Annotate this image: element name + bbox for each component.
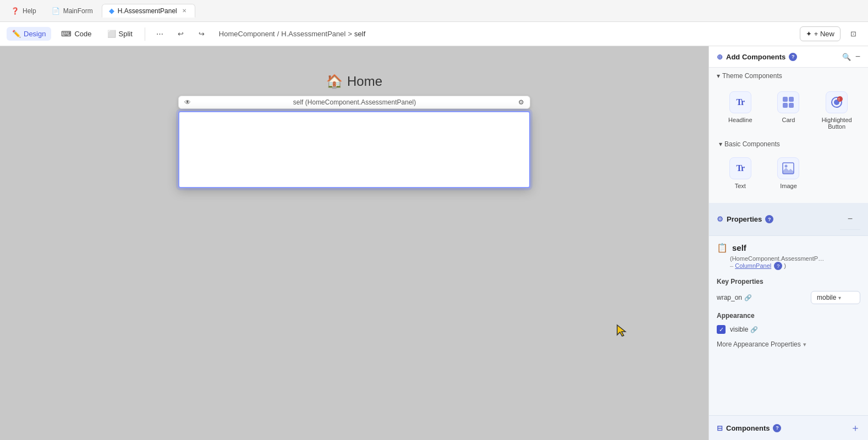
tab-help-label: Help	[23, 7, 36, 15]
more-appearance-chevron-icon: ▾	[803, 341, 806, 348]
card-icon	[777, 91, 799, 113]
self-label: 📋 self	[717, 243, 860, 253]
tab-assessmentpanel[interactable]: ◆ H.AssessmentPanel ✕	[102, 4, 195, 18]
close-tab-icon[interactable]: ✕	[180, 7, 188, 15]
basic-components-grid: Tr Text Image	[717, 151, 860, 195]
split-icon: ⬜	[107, 30, 116, 38]
theme-section-toggle[interactable]: ▾ Theme Components	[717, 72, 860, 80]
canvas[interactable]: 🏠 Home 👁 self (HomeComponent.AssessmentP…	[0, 46, 708, 440]
canvas-content: 🏠 Home 👁 self (HomeComponent.AssessmentP…	[178, 74, 530, 188]
svg-marker-0	[617, 325, 625, 336]
design-button[interactable]: ✏️ Design	[7, 27, 51, 41]
home-label: 🏠 Home	[178, 74, 530, 89]
breadcrumb: HomeComponent / H.AssessmentPanel > self	[219, 30, 365, 38]
breadcrumb-sep1: /	[277, 30, 279, 38]
theme-components-section: ▾ Theme Components Tr Headline	[709, 68, 868, 203]
toolbar-divider	[145, 28, 145, 41]
svg-rect-3	[783, 103, 788, 108]
chevron-down-theme-icon: ▾	[717, 72, 720, 80]
topbar: ❓ Help 📄 MainForm ◆ H.AssessmentPanel ✕	[0, 0, 868, 22]
right-panel: ⊕ Add Components ? 🔍 − ▾ Theme Component…	[708, 46, 868, 440]
check-icon: ✓	[719, 326, 724, 333]
search-icon[interactable]: 🔍	[842, 53, 851, 61]
eye-icon[interactable]: 👁	[184, 98, 191, 106]
settings-icon[interactable]: ⚙	[518, 98, 524, 106]
column-panel-info-icon[interactable]: ?	[774, 262, 782, 270]
collapse-add-icon[interactable]: −	[855, 52, 860, 62]
breadcrumb-self: self	[354, 30, 365, 38]
code-button[interactable]: ⌨ Code	[56, 27, 97, 41]
svg-rect-4	[789, 103, 794, 108]
svg-point-10	[785, 165, 788, 168]
component-text[interactable]: Tr Text	[719, 151, 762, 195]
component-card[interactable]: Card	[767, 85, 810, 136]
add-component-button[interactable]: ＋	[850, 421, 860, 435]
appearance-section: Appearance ✓ visible 🔗 More Appearance P…	[717, 312, 860, 348]
breadcrumb-homecomponent[interactable]: HomeComponent	[219, 30, 275, 38]
basic-section-toggle[interactable]: ▾ Basic Components	[717, 140, 860, 148]
panel-box[interactable]	[178, 111, 530, 188]
component-headline[interactable]: Tr Headline	[719, 85, 762, 136]
breadcrumb-sep2: >	[348, 30, 352, 38]
add-components-info-icon[interactable]: ?	[789, 53, 797, 61]
component-image[interactable]: Image	[767, 151, 810, 195]
component-label-bar: 👁 self (HomeComponent.AssessmentPanel) ⚙	[178, 96, 530, 109]
wrap-on-chevron-icon: ▾	[838, 295, 841, 301]
column-panel-link[interactable]: ColumnPanel	[735, 262, 771, 269]
image-icon	[777, 157, 799, 179]
appearance-label: Appearance	[717, 312, 860, 320]
components-info-icon[interactable]: ?	[773, 424, 781, 432]
assessmentpanel-icon: ◆	[109, 7, 114, 15]
headline-icon: Tr	[729, 91, 751, 113]
add-components-actions: 🔍 −	[842, 52, 860, 62]
more-appearance-button[interactable]: More Appearance Properties ▾	[717, 340, 860, 348]
properties-header: ⚙ Properties ? −	[709, 203, 868, 236]
cursor	[616, 324, 627, 339]
visible-label: visible 🔗	[730, 326, 758, 333]
key-properties-label: Key Properties	[717, 278, 860, 285]
tab-mainform[interactable]: 📄 MainForm	[45, 5, 100, 17]
tab-assessmentpanel-label: H.AssessmentPanel	[118, 7, 177, 15]
wrap-on-link-icon[interactable]: 🔗	[744, 294, 752, 301]
properties-title: ⚙ Properties ?	[717, 215, 773, 223]
svg-text:!: !	[838, 97, 839, 101]
svg-rect-2	[789, 97, 794, 102]
add-components-header: ⊕ Add Components ? 🔍 −	[709, 46, 868, 68]
undo-button[interactable]: ↩	[173, 26, 189, 42]
add-components-title: ⊕ Add Components ?	[717, 53, 797, 61]
new-button[interactable]: ✦ + New	[800, 26, 840, 41]
puzzle-icon: ⊕	[717, 53, 723, 61]
house-icon: 🏠	[326, 74, 343, 89]
properties-panel: ⚙ Properties ? − 📋 self (HomeComponent.A…	[709, 203, 868, 415]
new-icon: ✦	[806, 30, 812, 38]
toggle-panel-button[interactable]: ⊡	[845, 26, 861, 42]
design-icon: ✏️	[12, 30, 21, 38]
document-icon: 📋	[717, 243, 728, 253]
split-button[interactable]: ⬜ Split	[102, 27, 138, 41]
visible-checkbox[interactable]: ✓	[717, 325, 726, 334]
visible-row: ✓ visible 🔗	[717, 325, 860, 334]
components-icon: ⊟	[717, 424, 723, 432]
mainform-icon: 📄	[52, 7, 60, 15]
tab-help[interactable]: ❓ Help	[4, 5, 43, 17]
component-wrapper: 👁 self (HomeComponent.AssessmentPanel) ⚙	[178, 96, 530, 188]
component-highlighted-button[interactable]: ! Highlighted Button	[815, 85, 858, 136]
wrap-on-select[interactable]: mobile ▾	[811, 291, 860, 304]
more-options-button[interactable]: ⋯	[152, 26, 168, 42]
properties-body: 📋 self (HomeComponent.AssessmentP… – Col…	[709, 236, 868, 355]
filter-icon: ⚙	[717, 215, 723, 223]
text-icon: Tr	[729, 157, 751, 179]
wrap-on-label: wrap_on 🔗	[717, 294, 752, 301]
components-bar-title: ⊟ Components ?	[717, 424, 781, 432]
main: 🏠 Home 👁 self (HomeComponent.AssessmentP…	[0, 46, 868, 440]
svg-rect-1	[783, 97, 788, 102]
visible-link-icon[interactable]: 🔗	[750, 326, 758, 333]
breadcrumb-assessmentpanel[interactable]: H.AssessmentPanel	[281, 30, 345, 38]
collapse-properties-icon[interactable]: −	[840, 208, 860, 230]
redo-button[interactable]: ↪	[194, 26, 210, 42]
help-icon: ❓	[11, 7, 19, 15]
highlighted-button-icon: !	[826, 91, 848, 113]
properties-info-icon[interactable]: ?	[765, 215, 773, 223]
tab-mainform-label: MainForm	[63, 7, 93, 15]
theme-components-grid: Tr Headline Card	[717, 85, 860, 136]
